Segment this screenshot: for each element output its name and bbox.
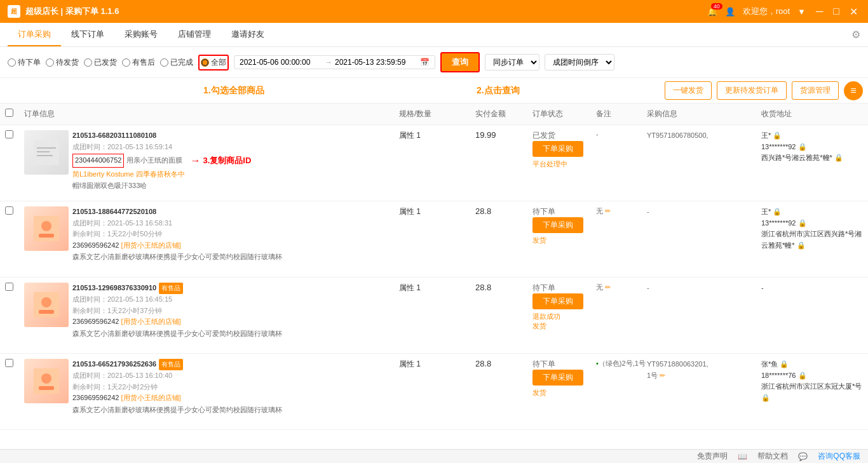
disclaimer-link[interactable]: 免责声明: [697, 451, 728, 462]
header-order-status: 订单状态: [532, 109, 596, 119]
row3-note: 无 ✏: [596, 283, 647, 292]
row2-amount: 28.8: [475, 206, 532, 216]
row4-edit-icon[interactable]: ✏: [660, 372, 665, 379]
contact-qq-link[interactable]: 咨询QQ客服: [818, 451, 860, 462]
row1-select[interactable]: [5, 130, 13, 138]
tab-offline-order[interactable]: 线下订单: [61, 23, 114, 46]
date-end-input[interactable]: [335, 58, 417, 67]
row2-select[interactable]: [5, 206, 13, 215]
radio-pending-ship[interactable]: [46, 58, 54, 67]
nav-tabs: 订单采购 线下订单 采购账号 店铺管理 邀请好友: [8, 23, 275, 46]
row1-status-label: 已发货: [532, 130, 596, 141]
row2-remaining: 剩余时间：1天22小时50分钟: [72, 229, 399, 240]
row2-buy-button[interactable]: 下单采购: [532, 217, 583, 233]
row1-phone: 13*******92 🔒: [761, 142, 863, 153]
select-all-checkbox[interactable]: [5, 109, 13, 117]
row4-shop-name: [用货小王纸的店铺]: [121, 394, 180, 401]
dropdown-icon[interactable]: ▼: [797, 7, 806, 17]
row2-status-label: 待下单: [532, 206, 596, 217]
help-doc-link[interactable]: 帮助文档: [757, 451, 788, 462]
date-start-input[interactable]: [240, 58, 322, 67]
radio-all[interactable]: [201, 58, 209, 67]
row3-select[interactable]: [5, 283, 13, 291]
row3-edit-icon[interactable]: ✏: [603, 283, 611, 291]
row4-product-title: 森系文艺小清新磨砂玻璃杯便携提手少女心可爱简约校园随行玻璃杯: [72, 405, 399, 415]
row2-edit-icon[interactable]: ✏: [603, 207, 611, 215]
row4-select[interactable]: [5, 359, 13, 367]
row1-platform-text: 平台处理中: [532, 159, 596, 169]
header-note: 备注: [596, 109, 647, 119]
filter-completed[interactable]: 已完成: [160, 57, 193, 68]
one-click-ship-button[interactable]: 一键发货: [665, 81, 712, 100]
row4-buy-button[interactable]: 下单采购: [532, 370, 583, 386]
close-button[interactable]: ✕: [847, 6, 860, 18]
table-row: 210513-188644772520108 成团时间：2021-05-13 1…: [0, 201, 868, 278]
radio-pending[interactable]: [8, 58, 16, 67]
notification-bell[interactable]: 🔔40: [707, 7, 717, 17]
filter-all[interactable]: 全部: [201, 57, 226, 68]
row3-spec: 属性 1: [399, 283, 475, 293]
minimize-button[interactable]: ─: [813, 6, 825, 18]
row1-thumbnail: [24, 130, 69, 175]
svg-rect-9: [39, 310, 54, 314]
row4-spec: 属性 1: [399, 359, 475, 370]
tab-invite-friends[interactable]: 邀请好友: [221, 23, 275, 46]
settings-icon[interactable]: ⚙: [851, 29, 860, 41]
row3-group-time: 成团时间：2021-05-13 16:45:15: [72, 294, 399, 305]
filter-pending[interactable]: 待下单: [8, 57, 41, 68]
radio-completed[interactable]: [160, 58, 168, 67]
row3-has-goods-badge: 有售品: [159, 283, 183, 294]
row3-checkbox: [5, 283, 24, 293]
row1-arrow: →: [190, 152, 200, 169]
row1-order-info: 210513-668203111080108 成团时间：2021-05-13 1…: [24, 130, 399, 191]
row2-deliver-link[interactable]: 发货: [532, 236, 596, 245]
sync-select[interactable]: 同步订单: [485, 54, 539, 70]
calendar-icon[interactable]: 📅: [420, 58, 430, 67]
tab-shop-manage[interactable]: 店铺管理: [168, 23, 221, 46]
row1-addr-text: 西兴路*号湘云雅苑*幢* 🔒: [761, 152, 863, 164]
row4-details: 210513-665217936252636 有售品 成团时间：2021-05-…: [72, 359, 399, 415]
row3-buy-button[interactable]: 下单采购: [532, 293, 583, 309]
table-row: 210513-129698376330910 有售品 成团时间：2021-05-…: [0, 278, 868, 354]
maximize-button[interactable]: □: [831, 6, 842, 18]
row1-product-title: 帽绵圆潮双色吸汗333哈: [72, 181, 399, 191]
svg-point-11: [41, 373, 51, 384]
query-button[interactable]: 查询: [440, 52, 480, 72]
row2-note: 无 ✏: [596, 206, 647, 216]
row4-checkbox: [5, 359, 24, 369]
row3-deliver-link[interactable]: 发货: [532, 321, 596, 331]
filter-after-sale[interactable]: 有售后: [122, 57, 155, 68]
row1-amount: 19.99: [475, 130, 532, 140]
footer: 免责声明 📖 帮助文档 💬 咨询QQ客服: [0, 449, 868, 463]
update-pending-button[interactable]: 更新待发货订单: [717, 81, 787, 100]
svg-rect-3: [37, 155, 53, 156]
filter-shipped[interactable]: 已发货: [84, 57, 117, 68]
tab-purchase-account[interactable]: 采购账号: [114, 23, 168, 46]
header-amount: 实付金额: [475, 109, 532, 119]
order-select[interactable]: 成团时间倒序: [545, 54, 614, 70]
row1-address: 王* 🔒 13*******92 🔒 西兴路*号湘云雅苑*幢* 🔒: [761, 130, 863, 164]
row3-product-title: 森系文艺小清新磨砂玻璃杯便携提手少女心可爱简约校园随行玻璃杯: [72, 329, 399, 339]
tab-order-purchase[interactable]: 订单采购: [8, 23, 61, 46]
date-arrow: →: [325, 58, 332, 67]
row4-deliver-link[interactable]: 发货: [532, 388, 596, 398]
menu-icon-button[interactable]: ≡: [844, 81, 863, 100]
row1-buy-button[interactable]: 下单采购: [532, 141, 583, 157]
row2-address: 王* 🔒 13*******92 🔒 浙江省杭州市滨江区西兴路*号湘云雅苑*幢*…: [761, 206, 863, 251]
row4-purchase-info: YT9571880063201, 1号 ✏: [647, 359, 761, 381]
radio-after-sale[interactable]: [122, 58, 130, 67]
resource-manage-button[interactable]: 货源管理: [792, 81, 839, 100]
row1-details: 210513-668203111080108 成团时间：2021-05-13 1…: [72, 130, 399, 191]
row2-details: 210513-188644772520108 成团时间：2021-05-13 1…: [72, 206, 399, 262]
row1-shop-name: 简L1iberty Kostume 四季春搭秋冬中: [72, 169, 399, 180]
svg-point-5: [41, 221, 51, 231]
row2-phone: 13*******92 🔒: [761, 218, 863, 229]
radio-shipped[interactable]: [84, 58, 92, 67]
filter-pending-ship[interactable]: 待发货: [46, 57, 79, 68]
window-controls: ─ □ ✕: [813, 6, 860, 18]
row1-purchase-no: YT9571806780500,: [647, 130, 761, 142]
action-buttons: 一键发货 更新待发货订单 货源管理 ≡: [665, 81, 863, 100]
row4-product-id: 236969596242 [用货小王纸的店铺]: [72, 393, 399, 404]
title-left: 超 超级店长 | 采购下单 1.1.6: [8, 5, 119, 18]
filter-bar: 待下单 待发货 已发货 有售后 已完成 全部 → 📅 查询 同步订单 成团时间倒…: [0, 47, 868, 78]
